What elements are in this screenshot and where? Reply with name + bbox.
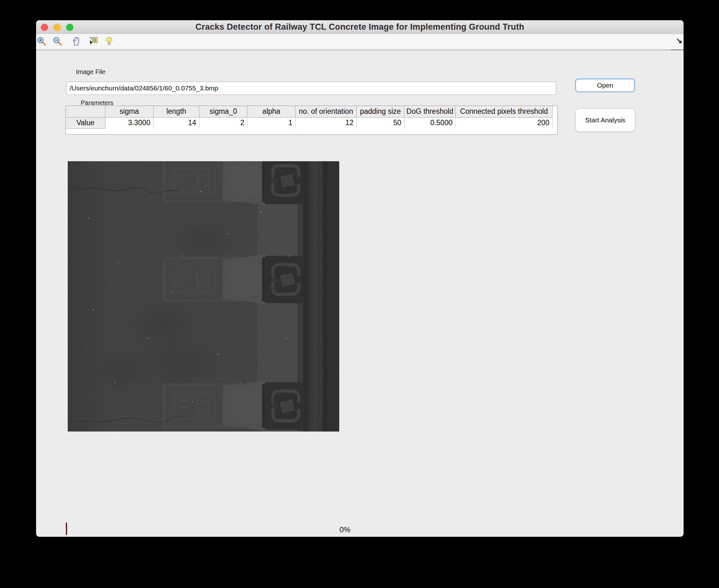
row-header-value: Value — [66, 118, 105, 129]
pan-hand-icon[interactable] — [72, 36, 81, 46]
start-analysis-button[interactable]: Start Analysis — [575, 108, 635, 132]
railway-concrete-image — [68, 161, 339, 432]
table-value-row: Value 3.3000 14 2 1 12 50 0.5000 200 — [66, 118, 557, 129]
value-dog[interactable]: 0.5000 — [404, 118, 456, 129]
value-padding[interactable]: 50 — [357, 118, 404, 129]
zoom-in-icon[interactable] — [37, 36, 46, 46]
col-header-sigma: sigma — [105, 106, 154, 118]
image-path-value: /Users/eunchurn/data/024856/1/60_0.0755_… — [66, 82, 556, 94]
value-sigma[interactable]: 3.3000 — [105, 118, 154, 129]
corner-cell — [66, 106, 105, 118]
parameters-table: sigma length sigma_0 alpha no. of orient… — [65, 106, 558, 135]
value-length[interactable]: 14 — [154, 118, 199, 129]
col-header-padding: padding size — [357, 106, 404, 118]
window-title: Cracks Detector of Railway TCL Concrete … — [36, 20, 683, 34]
col-header-length: length — [154, 106, 199, 118]
image-file-label: Image File — [76, 68, 105, 76]
toolbar: ↘ — [36, 34, 683, 50]
lightbulb-icon[interactable] — [104, 36, 114, 46]
value-sigma0[interactable]: 2 — [199, 118, 247, 129]
open-button[interactable]: Open — [575, 78, 635, 92]
image-path-field[interactable]: /Users/eunchurn/data/024856/1/60_0.0755_… — [66, 82, 556, 95]
progress-bar-marker — [66, 523, 67, 535]
col-header-sigma0: sigma_0 — [199, 106, 247, 118]
progress-percent-label: 0% — [329, 525, 361, 534]
col-header-dog: DoG threshold — [404, 106, 456, 118]
value-orientation[interactable]: 12 — [296, 118, 357, 129]
datatip-icon[interactable] — [88, 36, 98, 46]
dock-arrow-icon[interactable]: ↘ — [675, 37, 683, 45]
zoom-out-icon[interactable] — [53, 36, 62, 46]
table-header-row: sigma length sigma_0 alpha no. of orient… — [66, 106, 557, 118]
app-window: Cracks Detector of Railway TCL Concrete … — [36, 20, 683, 537]
titlebar[interactable]: Cracks Detector of Railway TCL Concrete … — [36, 20, 683, 34]
value-alpha[interactable]: 1 — [247, 118, 296, 129]
value-connected[interactable]: 200 — [456, 118, 553, 129]
col-header-orientation: no. of orientation — [296, 106, 357, 118]
toolbar-divider-end — [671, 49, 683, 50]
col-header-alpha: alpha — [247, 106, 296, 118]
col-header-connected: Connected pixels threshold — [456, 106, 553, 118]
